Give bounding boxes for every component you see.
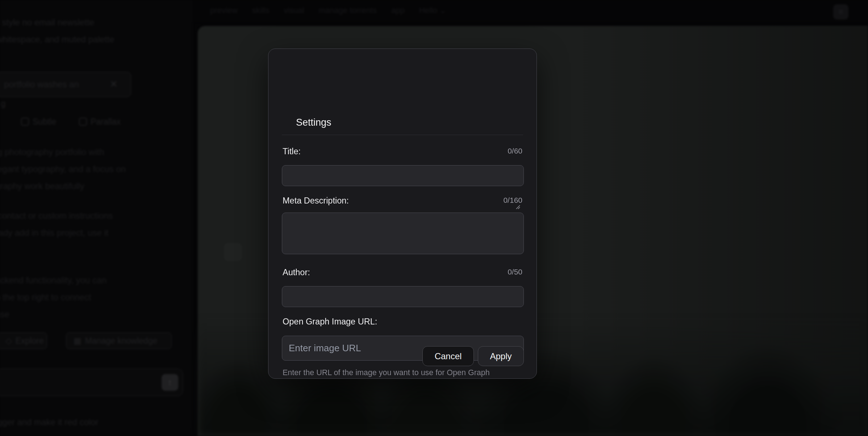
dialog-title: Settings [296,117,331,128]
topbar-item[interactable]: preview [210,6,238,15]
topbar-item[interactable]: app [391,6,405,15]
chat-composer[interactable]: ↑ [0,369,183,396]
divider [282,135,523,135]
top-bar: preview skills visual manage torrents ap… [193,0,868,22]
meta-description-field-label: Meta Description: [283,196,349,206]
send-button[interactable]: ↑ [162,374,178,391]
topbar-item[interactable]: skills [252,6,270,15]
checkbox-icon [79,118,87,126]
attachment-chip-label: portfolio washes an [4,79,79,89]
checkbox-icon [21,118,29,126]
send-icon: ↑ [168,377,172,387]
chat-message-line: ed style no email newslette [0,17,94,28]
option-toggle-label: Parallax [91,117,121,127]
chat-message-line: whitespace, and muted palette [0,34,114,45]
title-field-label: Title: [283,147,301,156]
assistant-paragraph: d contact or custom instructions ready a… [0,207,113,241]
topbar-breadcrumb: preview skills visual manage torrents ap… [210,6,446,15]
assistant-paragraph: backend functionality, you can on the to… [0,272,107,323]
manage-knowledge-button[interactable]: ▦ Manage knowledge [66,332,172,349]
title-char-counter: 0/60 [508,147,522,155]
explore-button[interactable]: ◇ Explore [0,332,47,349]
option-toggle-subtle[interactable]: Subtle [21,115,56,128]
cancel-button[interactable]: Cancel [422,346,474,366]
author-char-counter: 0/50 [508,268,522,276]
topbar-item[interactable]: visual [284,6,304,15]
explore-button-label: Explore [16,336,44,346]
author-field-label: Author: [283,268,310,277]
title-input[interactable] [282,165,524,186]
explore-icon: ◇ [5,336,12,346]
topbar-project-menu[interactable]: Hello ⌄ [419,6,446,15]
knowledge-icon: ▦ [74,336,82,346]
manage-knowledge-label: Manage knowledge [85,336,157,346]
option-toggle-parallax[interactable]: Parallax [79,115,121,128]
settings-dialog: Settings Title: 0/60 Meta Description: 0… [268,49,537,379]
option-toggle-label: Subtle [33,117,56,127]
close-icon[interactable]: ✕ [110,79,118,90]
og-image-field-label: Open Graph Image URL: [283,317,377,327]
assistant-paragraph: ing photography portfolio with elegant t… [0,143,126,194]
meta-description-char-counter: 0/160 [503,196,522,205]
meta-description-textarea[interactable] [282,213,524,254]
apply-button[interactable]: Apply [478,346,524,366]
menu-icon[interactable]: ≡ [833,4,848,20]
attachment-chip[interactable]: portfolio washes an ✕ [0,72,131,97]
og-image-helper-text: Enter the URL of the image you want to u… [283,368,490,377]
author-input[interactable] [282,286,524,307]
topbar-item[interactable]: manage torrents [319,6,377,15]
chat-message-line: g [1,98,5,109]
chat-sidebar: ed style no email newslette whitespace, … [0,0,193,436]
chat-message-line: bigger and make it red color [0,417,99,427]
